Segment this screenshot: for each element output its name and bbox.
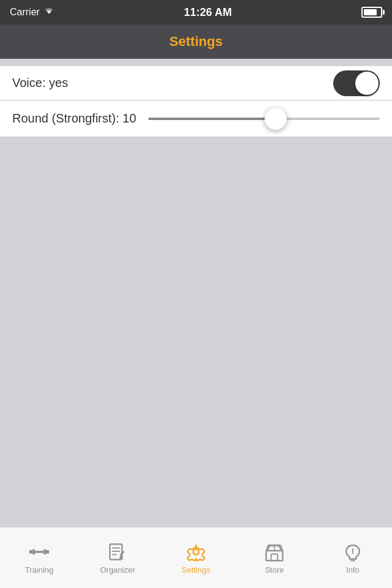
tab-info[interactable]: Info <box>314 527 392 588</box>
settings-tab-label: Settings <box>182 565 211 575</box>
voice-label: Voice: yes <box>12 76 68 90</box>
tab-training[interactable]: Training <box>0 527 78 588</box>
settings-icon <box>185 541 207 563</box>
battery-fill <box>364 9 377 15</box>
settings-content: Voice: yes Round (Strongfirst): 10 <box>0 59 392 137</box>
organizer-icon <box>107 541 129 563</box>
round-setting-row: Round (Strongfirst): 10 <box>0 100 392 137</box>
svg-point-11 <box>194 549 199 555</box>
slider-fill <box>148 118 276 120</box>
round-slider[interactable] <box>148 118 380 120</box>
status-bar: Carrier 11:26 AM <box>0 0 392 24</box>
svg-rect-13 <box>271 554 278 561</box>
carrier-label: Carrier <box>10 7 40 18</box>
voice-toggle[interactable] <box>333 70 380 96</box>
organizer-tab-label: Organizer <box>100 565 135 575</box>
carrier-wifi: Carrier <box>10 7 55 18</box>
tab-settings[interactable]: Settings <box>157 527 235 588</box>
tab-store[interactable]: Store <box>235 527 314 588</box>
info-icon <box>342 541 364 563</box>
svg-rect-2 <box>35 551 43 553</box>
svg-rect-0 <box>29 550 32 553</box>
round-label: Round (Strongfirst): 10 <box>12 111 136 126</box>
svg-rect-3 <box>43 549 46 555</box>
store-tab-label: Store <box>265 565 284 575</box>
training-icon <box>28 541 50 563</box>
status-time: 11:26 AM <box>184 6 232 19</box>
training-tab-label: Training <box>25 565 53 575</box>
svg-rect-1 <box>32 549 35 555</box>
info-tab-label: Info <box>346 565 360 575</box>
page-title: Settings <box>170 34 223 50</box>
tab-organizer[interactable]: Organizer <box>78 527 157 588</box>
voice-setting-row: Voice: yes <box>0 66 392 100</box>
svg-rect-4 <box>46 550 49 553</box>
tab-bar: Training Organizer Settings <box>0 527 392 588</box>
toggle-knob <box>355 72 379 95</box>
wifi-icon <box>43 7 55 18</box>
store-icon <box>263 541 285 563</box>
svg-rect-12 <box>266 551 283 560</box>
page-header: Settings <box>0 24 392 59</box>
slider-thumb <box>265 108 287 130</box>
battery-indicator <box>361 7 382 18</box>
